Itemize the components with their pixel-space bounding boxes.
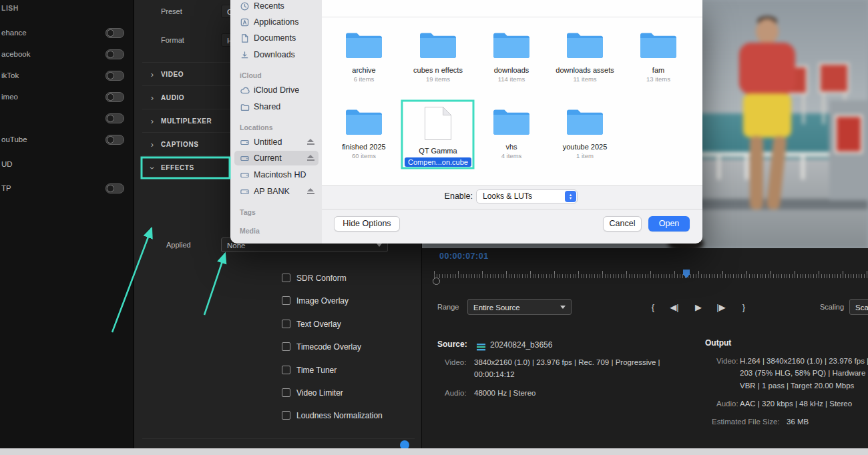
source-duration: 00:00:14:12	[474, 370, 515, 378]
publish-header: LISH	[1, 4, 19, 12]
publish-row-vimeo: imeo	[0, 92, 134, 103]
toggle-switch[interactable]	[105, 135, 124, 145]
image-overlay-row[interactable]: Image Overlay	[282, 296, 429, 306]
text-overlay-checkbox[interactable]	[282, 320, 290, 328]
sidebar-item-recents[interactable]: Recents	[234, 0, 318, 13]
video-limiter-checkbox[interactable]	[282, 388, 290, 397]
range-label: Range	[437, 303, 459, 311]
folder-icon	[492, 106, 531, 137]
output-title: Output	[705, 338, 731, 348]
image-overlay-checkbox[interactable]	[282, 296, 290, 305]
drive-icon	[240, 153, 250, 163]
play-icon[interactable]: ▶	[689, 300, 708, 315]
scaling-label: Scaling	[820, 303, 844, 311]
loudness-normalization-checkbox[interactable]	[282, 411, 290, 420]
output-video-label: Video:	[716, 357, 738, 365]
folder-tile-cubes-n-effects[interactable]: cubes n effects 19 items	[401, 29, 475, 83]
folder-tile-fam[interactable]: fam 13 items	[622, 29, 695, 83]
app-window: LISH ehance acebook ikTok imeo ouTube UD	[0, 0, 868, 455]
folder-tile-downloads-assets[interactable]: downloads assets 11 items	[548, 29, 622, 83]
timeline-handle[interactable]	[433, 278, 440, 285]
popup-stepper-icon: ▲▼	[565, 191, 576, 202]
sidebar-item-downloads[interactable]: Downloads	[234, 47, 318, 62]
documents-icon	[240, 33, 250, 43]
bottom-bar	[0, 448, 868, 455]
drive-icon	[240, 170, 250, 180]
folder-icon	[566, 106, 604, 137]
source-clip-name: 20240824_b3656	[490, 340, 552, 350]
drive-icon	[240, 137, 250, 147]
source-video-info: 3840x2160 (1.0) | 23.976 fps | Rec. 709 …	[474, 358, 660, 366]
publish-row: UD	[0, 159, 134, 170]
open-button[interactable]: Open	[648, 216, 690, 232]
sidebar-item-current[interactable]: Current	[234, 151, 318, 165]
loudness-normalization-row[interactable]: Loudness Normalization	[282, 411, 429, 421]
scaling-dropdown[interactable]: Scal	[849, 299, 868, 315]
text-overlay-row[interactable]: Text Overlay	[282, 320, 429, 330]
source-audio-info: 48000 Hz | Stereo	[474, 389, 536, 397]
folder-icon	[345, 106, 383, 137]
publish-row	[0, 113, 134, 124]
chevron-down-icon: ›	[147, 165, 158, 171]
step-back-icon[interactable]: ◀|	[665, 300, 684, 315]
sidebar-item-icloud-drive[interactable]: iCloud Drive	[234, 83, 318, 97]
toggle-switch[interactable]	[105, 49, 124, 59]
dialog-sidebar: Recents Applications Documents Downloads…	[230, 0, 322, 244]
source-audio-label: Audio:	[445, 389, 467, 397]
sidebar-item-macintosh-hd[interactable]: Macintosh HD	[234, 167, 318, 182]
timeline-ruler-ticks[interactable]	[434, 274, 868, 278]
divider	[142, 438, 415, 439]
icloud-section-header: iCloud	[240, 71, 262, 79]
sdr-conform-checkbox[interactable]	[282, 274, 290, 282]
sidebar-item-documents[interactable]: Documents	[234, 31, 318, 45]
chevron-right-icon: ›	[149, 139, 156, 150]
eject-icon[interactable]	[307, 155, 314, 161]
publish-row-facebook: acebook	[0, 49, 134, 60]
recents-icon	[240, 1, 250, 11]
folder-tile-vhs[interactable]: vhs 4 items	[475, 106, 548, 159]
locations-section-header: Locations	[240, 123, 273, 131]
toggle-switch[interactable]	[105, 183, 124, 193]
mark-in-button[interactable]: {	[644, 300, 662, 315]
file-tile-qt-gamma-cube[interactable]: QT Gamma Compen...on.cube	[401, 106, 475, 167]
output-audio-info: AAC | 320 kbps | 48 kHz | Stereo	[740, 400, 852, 408]
folder-tile-finished-2025[interactable]: finished 2025 60 items	[327, 106, 401, 159]
toggle-switch[interactable]	[105, 92, 124, 102]
toggle-switch[interactable]	[105, 71, 124, 81]
estimated-size-value: 36 MB	[787, 418, 809, 426]
eject-icon[interactable]	[307, 139, 314, 145]
selected-filename-highlight: Compen...on.cube	[405, 157, 471, 167]
chevron-right-icon: ›	[149, 116, 156, 127]
sdr-conform-row[interactable]: SDR Conform	[282, 274, 429, 284]
folder-tile-youtube-2025[interactable]: youtube 2025 1 item	[548, 106, 622, 159]
sidebar-item-shared[interactable]: Shared	[234, 99, 318, 114]
sidebar-item-applications[interactable]: Applications	[234, 15, 318, 29]
timecode-overlay-row[interactable]: Timecode Overlay	[282, 342, 429, 352]
time-tuner-checkbox[interactable]	[282, 366, 290, 374]
toggle-switch[interactable]	[105, 113, 124, 123]
toggle-switch[interactable]	[105, 28, 124, 38]
folder-icon	[345, 29, 383, 60]
chevron-right-icon: ›	[149, 93, 156, 103]
sidebar-item-untitled[interactable]: Untitled	[234, 135, 318, 149]
eject-icon[interactable]	[307, 188, 314, 195]
range-dropdown[interactable]: Entire Source	[467, 299, 572, 315]
output-video-info-1: H.264 | 3840x2160 (1.0) | 23.976 fps | R	[740, 357, 868, 365]
step-forward-icon[interactable]: |▶	[712, 300, 730, 315]
hide-options-button[interactable]: Hide Options	[334, 216, 400, 232]
open-file-dialog: ▲▼ Recents Applications Documents Downlo…	[230, 0, 702, 244]
timecode-overlay-checkbox[interactable]	[282, 342, 290, 351]
mark-out-button[interactable]: }	[734, 300, 753, 315]
person	[726, 19, 813, 219]
video-limiter-row[interactable]: Video Limiter	[282, 388, 429, 398]
cancel-button[interactable]: Cancel	[603, 216, 642, 232]
folder-tile-downloads[interactable]: downloads 114 items	[475, 29, 548, 83]
folder-tile-archive[interactable]: archive 6 items	[327, 29, 401, 83]
sidebar-item-ap-bank[interactable]: AP BANK	[234, 184, 318, 199]
lifeguard-tower	[819, 63, 849, 93]
publish-row-behance: ehance	[0, 28, 134, 39]
time-tuner-row[interactable]: Time Tuner	[282, 366, 429, 376]
enable-popup[interactable]: Looks & LUTs ▲▼	[476, 189, 578, 203]
source-title: Source:	[437, 340, 467, 349]
media-section-header: Media	[240, 227, 260, 235]
